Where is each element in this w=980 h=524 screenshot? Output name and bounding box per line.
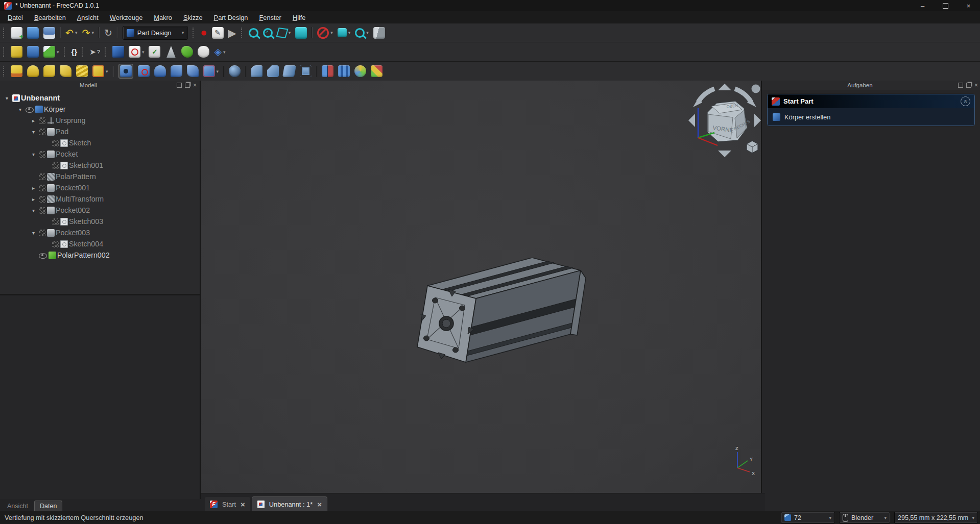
refresh-button[interactable]: ↻ [104,28,112,38]
toolbar-grip[interactable] [82,47,85,57]
tree-item-sketch001[interactable]: Sketch001 [0,160,200,171]
toolbar-grip[interactable] [3,47,6,57]
groove-button[interactable] [154,65,166,77]
toolbar-grip[interactable] [193,28,196,38]
menu-hilfe[interactable]: Hilfe [287,12,312,23]
zoom-level-selector[interactable]: 72 ▾ [781,512,835,523]
menu-skizze[interactable]: Skizze [178,12,208,23]
draft-button[interactable] [283,65,295,77]
expander-icon[interactable]: ▾ [30,129,37,135]
whats-this-button[interactable]: ➤? [89,47,100,57]
fillet-button[interactable] [251,65,262,77]
tab-close-icon[interactable]: × [241,500,245,509]
navcube-ball[interactable] [752,85,760,93]
menu-ansicht[interactable]: Ansicht [71,12,104,23]
subtractive-loft-button[interactable] [171,65,182,77]
pocket-button[interactable] [118,64,133,79]
menu-part-design[interactable]: Part Design [208,12,254,23]
create-body-button[interactable] [112,46,124,58]
float-icon[interactable] [966,83,971,88]
save-button[interactable] [43,27,55,39]
navcube-body[interactable]: OBEN VORNE RECHTS [707,101,751,142]
tree-item-pocket003[interactable]: ▾ Pocket003 [0,227,200,238]
create-sketch-button[interactable]: ▾ [129,46,145,58]
subtractive-primitive-button[interactable]: ▾ [203,65,219,77]
menu-makro[interactable]: Makro [148,12,178,23]
simple-copy-button[interactable] [11,46,22,58]
tree-item-sketch003[interactable]: Sketch003 [0,216,200,227]
expression-button[interactable]: {} [71,47,78,56]
toolbar-grip[interactable] [3,66,6,77]
extrusion-model[interactable] [404,258,599,380]
boolean-button[interactable] [229,65,241,77]
sync-view-button[interactable] [295,27,307,39]
draw-style-button[interactable]: ▾ [338,28,351,37]
clone-button[interactable] [198,46,209,58]
navigation-style-selector[interactable]: Blender ▾ [839,512,890,523]
hidden-badge-icon[interactable] [39,230,45,236]
hole-button[interactable] [138,65,150,77]
menu-fenster[interactable]: Fenster [253,12,286,23]
expander-icon[interactable]: ▾ [16,107,24,112]
undo-button[interactable]: ↶▾ [65,28,77,38]
menu-bearbeiten[interactable]: Bearbeiten [29,12,71,23]
3d-viewport[interactable]: OBEN VORNE RECHTS [201,81,761,493]
tree-item-sketch004[interactable]: Sketch004 [0,238,200,249]
close-button[interactable]: × [957,0,980,11]
tree-item-multitransform[interactable]: ▸ MultiTransform [0,193,200,205]
tree-item-pocket001[interactable]: ▸ Pocket001 [0,182,200,193]
collapse-button[interactable]: » [961,96,970,106]
open-file-button[interactable] [27,27,39,39]
thickness-button[interactable] [300,65,312,77]
measure-button[interactable] [373,27,385,39]
additive-primitive-button[interactable]: ▾ [92,65,108,77]
macro-edit-button[interactable]: ✎ [212,27,224,39]
hidden-badge-icon[interactable] [52,162,59,169]
create-group-button[interactable] [27,46,39,58]
dock-icon[interactable] [177,83,182,88]
workbench-selector[interactable]: Part Design ▾ [123,26,188,40]
toolbar-grip[interactable] [64,47,67,57]
float-icon[interactable] [185,83,190,88]
hidden-badge-icon[interactable] [39,173,45,180]
tree-item-pocket002[interactable]: ▾ Pocket002 [0,205,200,216]
navcube-arrow-down[interactable] [718,151,731,157]
clipping-button[interactable]: ▾ [317,27,333,39]
hidden-badge-icon[interactable] [39,185,45,191]
mirrored-button[interactable] [322,65,333,77]
linear-pattern-button[interactable] [338,65,350,77]
tab-daten[interactable]: Daten [34,501,62,511]
panel-close-icon[interactable]: × [974,82,978,88]
tree-item-pocket[interactable]: ▾ Pocket [0,148,200,160]
expander-icon[interactable]: ▾ [30,152,37,157]
chamfer-button[interactable] [267,65,279,77]
expander-icon[interactable]: ▾ [30,230,37,236]
revolution-button[interactable] [27,65,39,77]
navcube-arrow-right[interactable] [754,114,761,127]
tab-start[interactable]: F Start × [205,497,250,512]
hidden-badge-icon[interactable] [39,207,45,214]
menu-datei[interactable]: Datei [2,12,29,23]
toolbar-grip[interactable] [105,47,108,57]
tab-close-icon[interactable]: × [317,500,322,509]
visible-eye-icon[interactable] [26,107,34,113]
tree-item-sketch[interactable]: Sketch [0,137,200,148]
expander-icon[interactable]: ▾ [30,208,37,213]
additive-helix-button[interactable] [76,65,88,77]
toolbar-grip[interactable] [3,28,6,38]
navcube-arrow-up[interactable] [718,84,731,90]
hidden-badge-icon[interactable] [39,129,45,135]
tab-unbenannt[interactable]: Unbenannt : 1* × [252,496,327,512]
maximize-button[interactable] [934,0,957,11]
hidden-badge-icon[interactable] [52,140,59,146]
expander-icon[interactable]: ▸ [30,185,37,191]
zoom-selection-button[interactable]: ↗ [263,28,273,38]
navcube-arrow-left[interactable] [688,114,695,127]
toolbar-grip[interactable] [241,28,244,38]
tree-item-ursprung[interactable]: ▸ Ursprung [0,115,200,126]
hidden-badge-icon[interactable] [39,196,45,203]
navcube-mini-cube[interactable] [747,141,758,153]
multitransform-button[interactable] [371,65,383,77]
redo-button[interactable]: ↷▾ [82,28,93,38]
dimension-indicator[interactable]: 295,55 mm x 222,55 mm ▾ [894,512,978,523]
